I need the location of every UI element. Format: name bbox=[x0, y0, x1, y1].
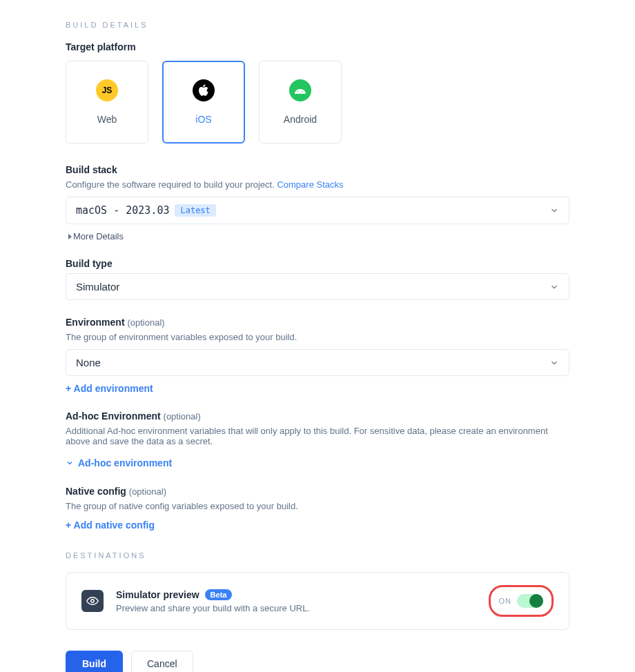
compare-stacks-link[interactable]: Compare Stacks bbox=[277, 179, 343, 190]
android-icon bbox=[289, 79, 311, 101]
add-native-config-link[interactable]: + Add native config bbox=[66, 520, 155, 531]
build-stack-select[interactable]: macOS - 2023.03 Latest bbox=[66, 197, 569, 224]
target-platform-label: Target platform bbox=[66, 41, 569, 52]
js-icon: JS bbox=[96, 79, 118, 101]
latest-badge: Latest bbox=[175, 204, 215, 217]
simulator-preview-card: Simulator preview Beta Preview and share… bbox=[66, 572, 569, 630]
build-stack-label: Build stack bbox=[66, 164, 569, 175]
simulator-preview-toggle[interactable] bbox=[517, 594, 543, 608]
chevron-down-icon bbox=[549, 282, 559, 292]
environment-help: The group of environment variables expos… bbox=[66, 332, 569, 342]
simulator-preview-desc: Preview and share your build with a secu… bbox=[116, 603, 476, 613]
apple-icon bbox=[193, 79, 215, 101]
simulator-preview-title: Simulator preview Beta bbox=[116, 589, 476, 600]
platform-ios[interactable]: iOS bbox=[162, 61, 245, 144]
environment-select[interactable]: None bbox=[66, 349, 569, 376]
beta-badge: Beta bbox=[205, 589, 233, 600]
build-stack-value: macOS - 2023.03 bbox=[76, 204, 169, 217]
triangle-right-icon bbox=[68, 234, 72, 239]
build-stack-help: Configure the software required to build… bbox=[66, 179, 569, 190]
eye-icon bbox=[81, 590, 104, 612]
add-environment-link[interactable]: + Add environment bbox=[66, 383, 153, 394]
platform-web[interactable]: JS Web bbox=[66, 61, 148, 144]
build-details-header: BUILD DETAILS bbox=[66, 21, 569, 29]
chevron-down-icon bbox=[549, 358, 559, 368]
platform-web-label: Web bbox=[97, 114, 117, 125]
highlighted-toggle-area: ON bbox=[489, 585, 554, 617]
environment-label: Environment (optional) bbox=[66, 317, 569, 328]
native-config-label: Native config (optional) bbox=[66, 486, 569, 497]
chevron-down-icon bbox=[549, 206, 559, 215]
platform-options: JS Web iOS Android bbox=[66, 61, 569, 144]
adhoc-label: Ad-hoc Environment (optional) bbox=[66, 411, 569, 422]
more-details-toggle[interactable]: More Details bbox=[68, 231, 569, 241]
chevron-down-icon bbox=[66, 459, 74, 467]
native-config-help: The group of native config variables exp… bbox=[66, 501, 569, 511]
platform-android-label: Android bbox=[284, 114, 317, 125]
platform-android[interactable]: Android bbox=[259, 61, 342, 144]
adhoc-help: Additional Ad-hoc environment variables … bbox=[66, 426, 569, 446]
adhoc-expand-link[interactable]: Ad-hoc environment bbox=[66, 457, 172, 468]
svg-point-0 bbox=[91, 600, 95, 603]
build-button[interactable]: Build bbox=[66, 651, 123, 672]
environment-value: None bbox=[76, 357, 101, 368]
platform-ios-label: iOS bbox=[195, 114, 211, 125]
cancel-button[interactable]: Cancel bbox=[131, 651, 193, 672]
build-type-label: Build type bbox=[66, 258, 569, 269]
build-type-select[interactable]: Simulator bbox=[66, 273, 569, 300]
toggle-state-label: ON bbox=[499, 597, 512, 605]
build-type-value: Simulator bbox=[76, 281, 119, 293]
destinations-header: DESTINATIONS bbox=[66, 551, 569, 560]
